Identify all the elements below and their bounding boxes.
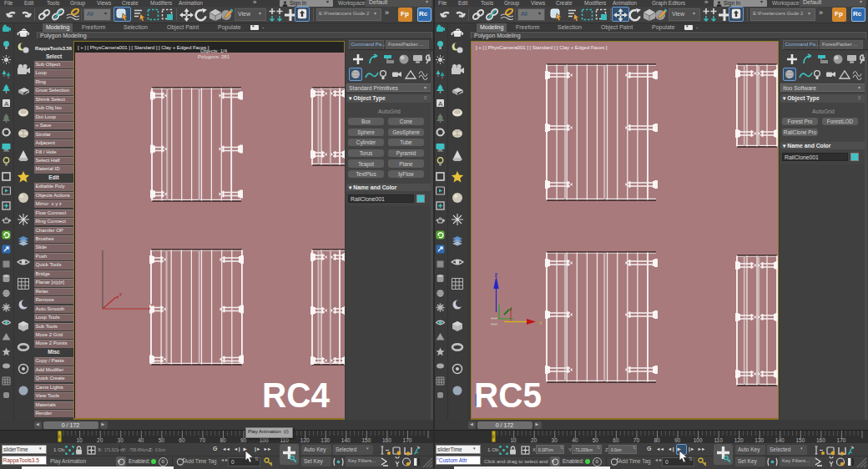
svg-text:110: 110 <box>280 437 289 443</box>
svg-text:80: 80 <box>220 437 226 443</box>
svg-text:170: 170 <box>403 437 412 443</box>
svg-text:40: 40 <box>572 437 578 443</box>
svg-text:50: 50 <box>159 437 165 443</box>
svg-text:150: 150 <box>795 437 805 443</box>
svg-text:120: 120 <box>300 437 310 443</box>
svg-text:90: 90 <box>240 437 247 443</box>
svg-text:y: y <box>119 291 122 296</box>
svg-text:170: 170 <box>837 437 846 443</box>
svg-text:140: 140 <box>341 437 351 443</box>
svg-text:A: A <box>4 100 9 108</box>
svg-text:90: 90 <box>674 437 681 443</box>
svg-text:30: 30 <box>118 437 124 443</box>
svg-text:60: 60 <box>179 437 185 443</box>
svg-text:130: 130 <box>754 437 764 443</box>
svg-text:10: 10 <box>76 437 83 443</box>
svg-text:10: 10 <box>510 437 517 443</box>
svg-text:x: x <box>150 302 153 307</box>
svg-text:120: 120 <box>734 437 744 443</box>
svg-text:70: 70 <box>633 437 640 443</box>
svg-text:20: 20 <box>531 437 537 443</box>
svg-text:70: 70 <box>199 437 206 443</box>
svg-text:20: 20 <box>97 437 103 443</box>
svg-text:130: 130 <box>320 437 330 443</box>
svg-text:A: A <box>438 100 443 108</box>
svg-text:160: 160 <box>816 437 825 443</box>
svg-text:110: 110 <box>714 437 723 443</box>
svg-text:40: 40 <box>138 437 144 443</box>
svg-text:160: 160 <box>382 437 391 443</box>
svg-text:100: 100 <box>694 437 703 443</box>
svg-text:150: 150 <box>361 437 371 443</box>
svg-text:140: 140 <box>775 437 785 443</box>
svg-text:50: 50 <box>593 437 599 443</box>
svg-text:100: 100 <box>260 437 269 443</box>
svg-text:80: 80 <box>654 437 660 443</box>
svg-text:60: 60 <box>613 437 619 443</box>
svg-text:30: 30 <box>552 437 558 443</box>
